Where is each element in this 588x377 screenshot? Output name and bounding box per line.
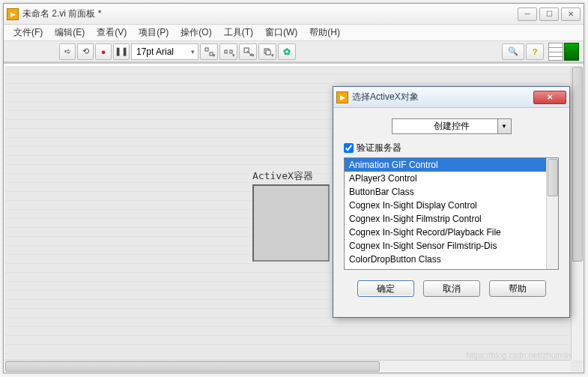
dialog-titlebar[interactable]: ▶ 选择ActiveX对象 ✕ (333, 87, 569, 108)
palette-wave-icon[interactable] (564, 43, 579, 61)
list-item[interactable]: Cognex In-Sight Record/Playback File (345, 226, 558, 239)
validate-server-checkbox[interactable]: 验证服务器 (344, 142, 559, 154)
run-continuous-button[interactable]: ⟲ (77, 43, 94, 60)
window-buttons: ─ ☐ ✕ (518, 7, 581, 21)
dropdown-value: 创建控件 (434, 120, 470, 133)
list-item[interactable]: Cognex In-Sight Display Control (345, 199, 558, 212)
activex-container-label: ActiveX容器 (252, 169, 313, 183)
main-title: 未命名 2.vi 前面板 * (22, 7, 518, 20)
menu-view[interactable]: 查看(V) (91, 25, 132, 40)
menu-window[interactable]: 窗口(W) (260, 25, 303, 40)
menu-operate[interactable]: 操作(O) (175, 25, 216, 40)
dialog-close-button[interactable]: ✕ (533, 91, 566, 104)
svg-rect-3 (230, 50, 232, 53)
help-button[interactable]: 帮助 (489, 280, 546, 297)
list-item[interactable]: ColorDropButton Class (345, 253, 558, 266)
font-label: 17pt Arial (136, 46, 174, 57)
icon-palette[interactable] (548, 43, 579, 61)
menu-project[interactable]: 项目(P) (133, 25, 174, 40)
main-titlebar[interactable]: ▶ 未命名 2.vi 前面板 * ─ ☐ ✕ (4, 4, 584, 25)
labview-icon: ▶ (7, 8, 19, 20)
align-objects[interactable] (200, 43, 218, 60)
cancel-button[interactable]: 取消 (423, 280, 480, 297)
palette-grid-icon[interactable] (548, 43, 563, 61)
menu-file[interactable]: 文件(F) (8, 25, 48, 40)
activex-dialog: ▶ 选择ActiveX对象 ✕ 创建控件 ▼ 验证服务器 Animation G… (333, 86, 570, 318)
menu-bar: 文件(F) 编辑(E) 查看(V) 项目(P) 操作(O) 工具(T) 窗口(W… (4, 25, 584, 41)
run-button[interactable]: ➪ (59, 43, 76, 60)
activex-container[interactable] (252, 184, 330, 262)
list-item[interactable]: ButtonBar Class (345, 185, 558, 199)
list-item[interactable]: Animation GIF Control (345, 158, 558, 172)
toolbar: ➪ ⟲ ● ❚❚ 17pt Arial ✿ 🔍 ? (4, 41, 584, 64)
list-scrollbar[interactable] (546, 158, 558, 269)
list-scroll-thumb[interactable] (548, 159, 558, 196)
resize-objects[interactable] (239, 43, 257, 60)
hscroll-thumb[interactable] (5, 361, 380, 372)
dialog-title: 选择ActiveX对象 (352, 91, 533, 103)
dialog-body: 创建控件 ▼ 验证服务器 Animation GIF Control APlay… (333, 108, 569, 317)
validate-server-label: 验证服务器 (357, 142, 401, 154)
abort-button[interactable]: ● (95, 43, 112, 60)
list-item[interactable]: APlayer3 Control (345, 172, 558, 185)
canvas-vertical-scrollbar[interactable] (571, 66, 583, 360)
minimize-button[interactable]: ─ (518, 7, 537, 21)
list-item[interactable]: Cognex In-Sight Sensor Filmstrip-Dis (345, 239, 558, 253)
create-mode-dropdown[interactable]: 创建控件 ▼ (392, 118, 512, 134)
chevron-down-icon: ▼ (497, 119, 511, 133)
search-button[interactable]: 🔍 (502, 43, 524, 60)
svg-rect-0 (205, 48, 208, 51)
main-close-button[interactable]: ✕ (561, 7, 581, 21)
svg-rect-2 (225, 50, 227, 53)
settings-button[interactable]: ✿ (278, 43, 296, 60)
watermark: https://blog.csdn.net/zhuimin (467, 351, 571, 360)
vscroll-thumb[interactable] (572, 67, 583, 262)
maximize-button[interactable]: ☐ (539, 7, 559, 21)
distribute-objects[interactable] (219, 43, 237, 60)
activex-object-list[interactable]: Animation GIF Control APlayer3 Control B… (344, 157, 559, 270)
reorder-objects[interactable] (258, 43, 276, 60)
canvas-horizontal-scrollbar[interactable] (4, 360, 571, 372)
svg-rect-6 (266, 50, 270, 55)
menu-edit[interactable]: 编辑(E) (49, 25, 90, 40)
menu-tools[interactable]: 工具(T) (219, 25, 258, 40)
list-item[interactable]: Cognex In-Sight Filmstrip Control (345, 212, 558, 226)
help-button[interactable]: ? (526, 43, 544, 60)
validate-server-input[interactable] (344, 143, 354, 153)
pause-button[interactable]: ❚❚ (113, 43, 130, 60)
font-selector[interactable]: 17pt Arial (131, 43, 198, 60)
svg-rect-1 (210, 52, 213, 55)
labview-icon: ▶ (336, 91, 348, 103)
dialog-button-row: 确定 取消 帮助 (344, 280, 559, 297)
menu-help[interactable]: 帮助(H) (304, 25, 345, 40)
ok-button[interactable]: 确定 (357, 280, 414, 297)
